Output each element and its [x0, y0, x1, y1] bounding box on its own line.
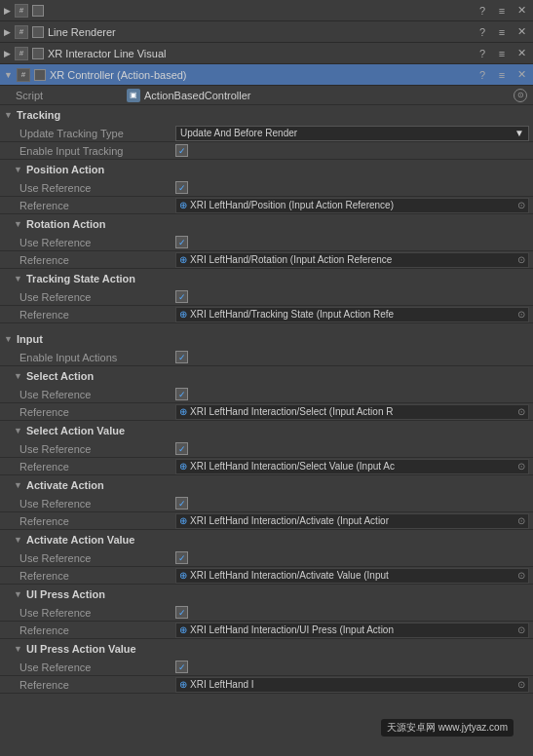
component-row-xr-ray[interactable]: ▶ # ? ≡ ✕ [0, 0, 533, 21]
help-icon[interactable]: ? [475, 67, 490, 83]
position-arrow: ▼ [14, 165, 23, 174]
selv-use-ref-checkbox[interactable]: ✓ [175, 442, 188, 455]
tracking-title: Tracking [17, 109, 60, 121]
ref-end-icon: ⊙ [517, 515, 525, 526]
ts-ref-value: ⊕ XRI LeftHand/Tracking State (Input Act… [175, 307, 529, 322]
sel-ref-row: Reference ⊕ XRI LeftHand Interaction/Sel… [0, 403, 533, 421]
ui-ref-label: Reference [19, 624, 175, 636]
ui-use-ref-checkbox[interactable]: ✓ [175, 606, 188, 619]
sel-ref-text: XRI LeftHand Interaction/Select (Input A… [190, 406, 514, 417]
ui-press-action-header[interactable]: ▼ UI Press Action [0, 585, 533, 604]
rot-use-ref-checkbox[interactable]: ✓ [175, 236, 188, 248]
pos-use-ref-checkbox[interactable]: ✓ [175, 181, 188, 194]
help-icon[interactable]: ? [475, 24, 490, 40]
act-use-ref-row: Use Reference ✓ [0, 495, 533, 512]
collapse-arrow: ▶ [4, 27, 11, 37]
act-use-ref-checkbox[interactable]: ✓ [175, 497, 188, 510]
enable-input-actions-checkbox[interactable]: ✓ [175, 351, 188, 363]
ui-use-ref-label: Use Reference [19, 607, 175, 619]
collapse-arrow: ▶ [4, 6, 11, 16]
component-row-line-renderer[interactable]: ▶ # Line Renderer ? ≡ ✕ [0, 21, 533, 43]
actv-use-ref-row: Use Reference ✓ [0, 549, 533, 567]
ui-ref-field[interactable]: ⊕ XRI LeftHand Interaction/UI Press (Inp… [175, 623, 529, 638]
pos-use-ref-row: Use Reference ✓ [0, 179, 533, 197]
pos-use-ref-value: ✓ [175, 181, 529, 194]
select-action-header[interactable]: ▼ Select Action [0, 366, 533, 386]
component-actions: ? ≡ ✕ [475, 67, 529, 83]
ref-icon: ⊕ [179, 461, 187, 472]
close-icon[interactable]: ✕ [514, 24, 529, 40]
ui-press-arrow: ▼ [14, 589, 23, 599]
ref-end-icon: ⊙ [517, 309, 525, 320]
component-row-xr-controller[interactable]: ▼ # XR Controller (Action-based) ? ≡ ✕ [0, 64, 533, 86]
update-tracking-type-row: Update Tracking Type Update And Before R… [0, 125, 533, 142]
selv-ref-field[interactable]: ⊕ XRI LeftHand Interaction/Select Value … [175, 459, 529, 474]
component-row-line-visual[interactable]: ▶ # XR Interactor Line Visual ? ≡ ✕ [0, 43, 533, 64]
activate-action-header[interactable]: ▼ Activate Action [0, 475, 533, 495]
script-settings-icon[interactable]: ⊙ [514, 89, 527, 102]
pos-ref-field[interactable]: ⊕ XRI LeftHand/Position (Input Action Re… [175, 198, 529, 213]
menu-icon[interactable]: ≡ [494, 46, 510, 61]
uiv-use-ref-checkbox[interactable]: ✓ [175, 661, 188, 673]
uiv-use-ref-row: Use Reference ✓ [0, 659, 533, 676]
component-checkbox[interactable] [32, 26, 44, 38]
uiv-ref-field[interactable]: ⊕ XRI LeftHand I ⊙ [175, 677, 529, 693]
enable-input-tracking-checkbox[interactable]: ✓ [175, 144, 188, 157]
tracking-state-action-header[interactable]: ▼ Tracking State Action [0, 269, 533, 288]
ref-icon: ⊕ [179, 254, 187, 265]
activate-action-value-header[interactable]: ▼ Activate Action Value [0, 530, 533, 549]
sel-ref-field[interactable]: ⊕ XRI LeftHand Interaction/Select (Input… [175, 404, 529, 420]
ts-ref-field[interactable]: ⊕ XRI LeftHand/Tracking State (Input Act… [175, 307, 529, 322]
actv-ref-text: XRI LeftHand Interaction/Activate Value … [190, 570, 514, 581]
activate-action-title: Activate Action [26, 479, 104, 491]
tracking-section-header[interactable]: ▼ Tracking [0, 105, 533, 125]
ref-icon: ⊕ [179, 515, 187, 526]
act-ref-field[interactable]: ⊕ XRI LeftHand Interaction/Activate (Inp… [175, 513, 529, 529]
sel-use-ref-checkbox[interactable]: ✓ [175, 388, 188, 400]
component-checkbox[interactable] [32, 5, 44, 17]
menu-icon[interactable]: ≡ [494, 67, 510, 83]
inspector-panel: Script ▣ ActionBasedController ⊙ ▼ Track… [0, 86, 533, 694]
menu-icon[interactable]: ≡ [494, 24, 510, 40]
position-action-header[interactable]: ▼ Position Action [0, 160, 533, 179]
ui-press-action-value-header[interactable]: ▼ UI Press Action Value [0, 639, 533, 659]
script-value: ▣ ActionBasedController [127, 89, 250, 102]
help-icon[interactable]: ? [475, 3, 490, 19]
menu-icon[interactable]: ≡ [494, 3, 510, 19]
actv-use-ref-value: ✓ [175, 551, 529, 564]
select-action-value-header[interactable]: ▼ Select Action Value [0, 421, 533, 440]
close-icon[interactable]: ✕ [514, 46, 529, 61]
update-tracking-dropdown[interactable]: Update And Before Render ▼ [175, 126, 529, 141]
close-icon[interactable]: ✕ [514, 3, 529, 19]
select-action-title: Select Action [26, 370, 94, 382]
pos-ref-row: Reference ⊕ XRI LeftHand/Position (Input… [0, 197, 533, 214]
selv-ref-text: XRI LeftHand Interaction/Select Value (I… [190, 461, 514, 472]
rotation-action-header[interactable]: ▼ Rotation Action [0, 214, 533, 234]
component-icon: # [15, 25, 28, 39]
rot-ref-row: Reference ⊕ XRI LeftHand/Rotation (Input… [0, 251, 533, 269]
component-actions: ? ≡ ✕ [475, 24, 529, 40]
activate-action-value-title: Activate Action Value [26, 534, 134, 546]
rot-ref-label: Reference [19, 254, 175, 266]
input-section-header[interactable]: ▼ Input [0, 329, 533, 349]
actv-use-ref-checkbox[interactable]: ✓ [175, 551, 188, 564]
selv-ref-label: Reference [19, 461, 175, 472]
select-arrow: ▼ [14, 371, 23, 381]
sel-ref-label: Reference [19, 406, 175, 418]
act-ref-text: XRI LeftHand Interaction/Activate (Input… [190, 515, 514, 526]
ts-use-ref-checkbox[interactable]: ✓ [175, 290, 188, 303]
ts-ref-row: Reference ⊕ XRI LeftHand/Tracking State … [0, 306, 533, 323]
rot-ref-field[interactable]: ⊕ XRI LeftHand/Rotation (Input Action Re… [175, 252, 529, 268]
close-icon[interactable]: ✕ [514, 67, 529, 83]
component-checkbox[interactable] [34, 69, 46, 81]
ui-use-ref-value: ✓ [175, 606, 529, 619]
ui-press-action-value-title: UI Press Action Value [26, 643, 136, 655]
component-checkbox[interactable] [32, 48, 44, 59]
actv-ref-field[interactable]: ⊕ XRI LeftHand Interaction/Activate Valu… [175, 568, 529, 584]
rot-ref-value: ⊕ XRI LeftHand/Rotation (Input Action Re… [175, 252, 529, 268]
selv-ref-row: Reference ⊕ XRI LeftHand Interaction/Sel… [0, 458, 533, 475]
rotation-action-title: Rotation Action [26, 218, 105, 230]
help-icon[interactable]: ? [475, 46, 490, 61]
enable-input-actions-row: Enable Input Actions ✓ [0, 349, 533, 366]
input-arrow: ▼ [4, 334, 14, 344]
